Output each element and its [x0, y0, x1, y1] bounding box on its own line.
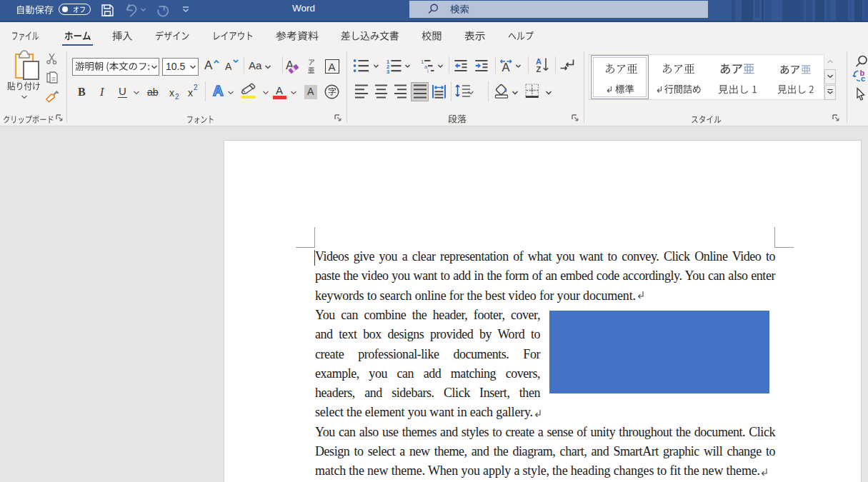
svg-text:3: 3	[386, 69, 389, 75]
svg-text:1: 1	[421, 59, 424, 65]
svg-text:A: A	[502, 61, 510, 74]
svg-text:c: c	[861, 74, 865, 83]
svg-text:Z: Z	[537, 65, 542, 74]
